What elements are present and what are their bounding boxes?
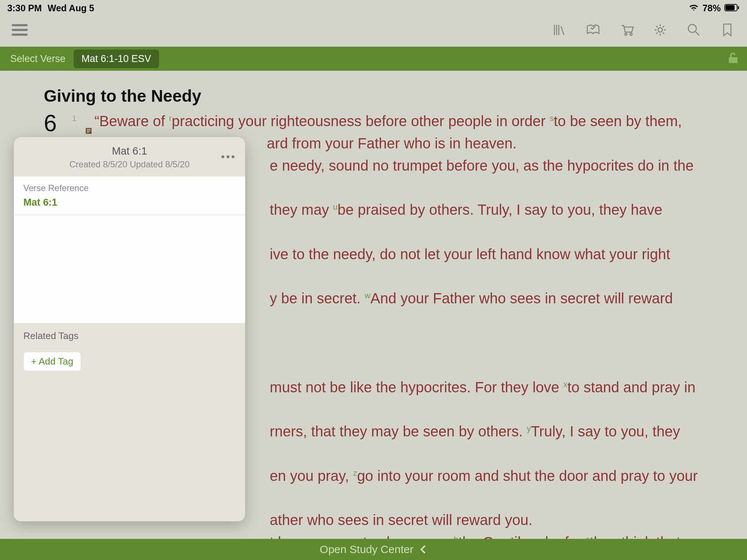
- footnote-y[interactable]: y: [527, 424, 531, 433]
- menu-button[interactable]: [12, 24, 28, 36]
- verse-reference-link[interactable]: Mat 6:1: [23, 197, 236, 208]
- library-icon[interactable]: [551, 22, 568, 38]
- battery-percent: 78%: [703, 3, 721, 13]
- verse-reference-chip[interactable]: Mat 6:1-10 ESV: [74, 50, 159, 68]
- popover-more-button[interactable]: [220, 153, 236, 160]
- study-center-label: Open Study Center: [320, 543, 414, 556]
- footnote-s[interactable]: s: [550, 114, 554, 123]
- svg-point-4: [630, 33, 632, 35]
- footnote-z[interactable]: z: [353, 468, 357, 477]
- unlock-icon[interactable]: [727, 51, 740, 66]
- svg-rect-1: [725, 5, 735, 10]
- verse-number-1[interactable]: 1: [72, 114, 77, 123]
- note-popover: Mat 6:1 Created 8/5/20 Updated 8/5/20 Ve…: [14, 137, 245, 521]
- section-title: Giving to the Needy: [44, 86, 703, 106]
- footnote-w[interactable]: w: [365, 291, 371, 300]
- svg-rect-2: [738, 6, 739, 9]
- bookmark-icon[interactable]: [719, 22, 735, 38]
- popover-title: Mat 6:1: [20, 145, 239, 157]
- gear-icon[interactable]: [652, 22, 668, 38]
- status-bar: 3:30 PM Wed Aug 5 78%: [0, 0, 747, 16]
- search-icon[interactable]: [686, 22, 702, 38]
- svg-point-5: [658, 28, 662, 32]
- svg-point-3: [625, 33, 627, 35]
- select-verse-button[interactable]: Select Verse: [10, 53, 66, 65]
- footnote-x[interactable]: x: [563, 380, 567, 389]
- status-time: 3:30 PM: [7, 3, 42, 13]
- verse-bar: Select Verse Mat 6:1-10 ESV: [0, 47, 747, 71]
- reading-icon[interactable]: [585, 22, 601, 38]
- chapter-number: 6: [44, 112, 57, 135]
- svg-point-6: [688, 24, 696, 32]
- popover-body: [14, 215, 245, 323]
- add-tag-button[interactable]: + Add Tag: [23, 352, 81, 371]
- status-date: Wed Aug 5: [47, 3, 94, 13]
- battery-icon: [724, 3, 740, 13]
- study-center-bar[interactable]: Open Study Center: [0, 539, 747, 560]
- footnote-u[interactable]: u: [333, 202, 337, 211]
- wifi-icon: [689, 3, 699, 13]
- footnote-r[interactable]: r: [169, 114, 172, 123]
- note-icon[interactable]: [85, 118, 92, 126]
- verse-reference-label: Verse Reference: [23, 183, 236, 193]
- cart-icon[interactable]: [619, 22, 635, 38]
- related-tags-label: Related Tags: [23, 330, 236, 342]
- chevron-left-icon: [419, 544, 427, 555]
- main-toolbar: [0, 16, 747, 47]
- popover-subtitle: Created 8/5/20 Updated 8/5/20: [20, 159, 239, 170]
